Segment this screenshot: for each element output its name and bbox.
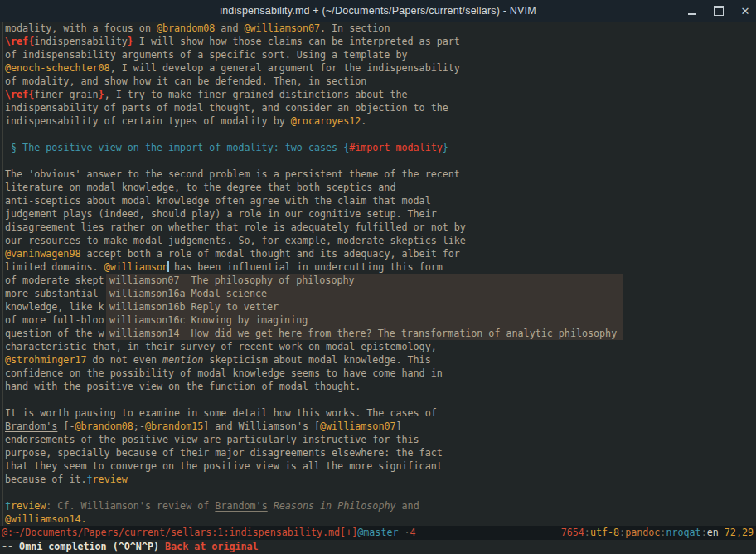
editor-line: @strohminger17 do not even mention skept… xyxy=(5,353,756,367)
text-segment: } xyxy=(99,89,104,100)
left-edge-rule xyxy=(2,22,3,526)
text-segment: #import-modality xyxy=(349,142,443,153)
editor-line: modality, with a focus on @brandom08 and… xyxy=(5,22,756,35)
window-buttons: ✕ xyxy=(686,0,751,22)
text-segment: that they seem to converge on the positi… xyxy=(5,460,443,472)
text-segment: - xyxy=(5,142,11,153)
text-segment: accept both a role of modal thought and … xyxy=(80,248,459,260)
close-button[interactable]: ✕ xyxy=(739,5,751,17)
text-segment: , I will develop a general argument for … xyxy=(110,62,460,74)
text-segment: of moderate skept xyxy=(5,275,104,286)
editor-line: -§ The positive view on the import of mo… xyxy=(5,141,756,154)
text-segment: of indispensability arguments of a speci… xyxy=(5,49,408,61)
completion-popup: williamson07 The philosophy of philosoph… xyxy=(106,274,623,340)
statusline: @:~/Documents/Papers/current/sellars:1:i… xyxy=(0,526,756,540)
text-segment: \ref{ xyxy=(5,89,34,100)
command-message-line: -- Omni completion (^O^N^P) Back at orig… xyxy=(0,540,756,554)
editor-line: our resources to make modal judgements. … xyxy=(5,234,756,247)
maximize-button[interactable] xyxy=(713,5,724,17)
editor-line: that they seem to converge on the positi… xyxy=(5,459,756,473)
text-segment: and xyxy=(215,22,244,34)
completion-item[interactable]: williamson14 How did we get here from th… xyxy=(106,327,623,340)
text-segment: [- xyxy=(57,420,75,432)
editor-line: because of it.†review xyxy=(5,473,756,486)
text-segment: -- Omni completion (^O^N^P) xyxy=(2,541,165,552)
text-segment: has been influential in undercutting thi… xyxy=(168,261,443,273)
text-segment: † xyxy=(5,500,11,512)
text-segment: The 'obvious' answer to the second probl… xyxy=(5,168,460,180)
text-segment: judgement plays (indeed, should play) a … xyxy=(5,208,437,220)
text-segment: en xyxy=(707,527,719,538)
text-segment: @vaninwagen98 xyxy=(5,248,80,260)
text-segment: finer-grain xyxy=(34,89,98,100)
text-segment: Brandom's xyxy=(5,420,57,432)
text-segment: our resources to make modal judgements. … xyxy=(5,235,466,246)
text-segment: @brandom08 xyxy=(157,22,215,34)
text-segment: ;- xyxy=(133,420,145,432)
text-segment: @williamson14. xyxy=(5,513,87,525)
text-segment: limited domains. xyxy=(5,261,104,273)
text-segment: do not even xyxy=(87,354,162,366)
text-segment: \ref{ xyxy=(5,36,34,47)
editor-line xyxy=(5,154,756,168)
text-segment: ] and Williamson's [ xyxy=(203,420,320,432)
completion-item[interactable]: williamson07 The philosophy of philosoph… xyxy=(106,274,623,287)
text-segment: modality, with a focus on xyxy=(5,22,157,34)
text-segment: @williamson07 xyxy=(320,420,395,432)
editor-line: endorsements of the positive view are pa… xyxy=(5,433,756,446)
completion-item[interactable]: williamson16c Knowing by imagining xyxy=(106,313,623,327)
editor-line: confidence on the possibility of modal k… xyxy=(5,367,756,380)
minimize-button[interactable] xyxy=(686,5,698,17)
text-segment: . xyxy=(361,115,366,127)
editor-line: Brandom's [-@brandom08;-@brandom15] and … xyxy=(5,420,756,433)
text-segment: review xyxy=(11,500,46,512)
text-segment: § The positive view on the import of mod… xyxy=(11,142,343,153)
text-segment: of more full-bloo xyxy=(5,314,104,326)
editor-line: disagreement lies rather on whether that… xyxy=(5,221,756,234)
editor-line xyxy=(5,486,756,499)
statusline-right: 7654:utf-8:pandoc:nroqat:en 72,29 xyxy=(561,526,754,540)
editor-line: hand with the positive view on the funct… xyxy=(5,380,756,393)
text-segment: Reasons in Philosophy xyxy=(274,500,396,512)
text-segment: mention xyxy=(162,354,203,366)
text-segment: } xyxy=(128,36,133,47)
editor-line: characteristic that, in their survey of … xyxy=(5,340,756,353)
text-segment: @williamson07 xyxy=(245,22,320,34)
text-segment: @:~/Documents/Papers/current/sellars:1:i… xyxy=(2,527,357,538)
editor-line: literature on modal knowledge, to the de… xyxy=(5,181,756,194)
text-segment: indispensability xyxy=(34,36,128,47)
text-segment: of modality, and show how it can be defe… xyxy=(5,75,366,87)
close-icon: ✕ xyxy=(741,5,750,17)
text-segment: , I try to make finer grained distinctio… xyxy=(104,89,408,100)
text-segment: ] xyxy=(396,420,402,432)
text-segment: purpose, specially because of their majo… xyxy=(5,447,443,459)
text-segment: : xyxy=(584,527,590,538)
text-segment: more substantial xyxy=(5,288,104,299)
text-segment: literature on modal knowledge, to the de… xyxy=(5,182,395,193)
completion-item[interactable]: williamson16a Modal science xyxy=(106,287,623,300)
text-segment: It is worth pausing to examine in some d… xyxy=(5,407,437,419)
text-segment: because of it. xyxy=(5,474,87,485)
maximize-icon xyxy=(714,6,724,16)
text-segment: endorsements of the positive view are pa… xyxy=(5,434,419,445)
text-segment: indispensability of parts of modal thoug… xyxy=(5,102,448,114)
editor-line: anti-sceptics about modal knowledge ofte… xyxy=(5,194,756,207)
text-segment xyxy=(268,500,274,512)
text-segment: 7654 xyxy=(561,527,584,538)
editor-line: It is worth pausing to examine in some d… xyxy=(5,406,756,420)
text-segment: Back at original xyxy=(165,541,259,552)
editor-line: †review: Cf. Williamson's review of Bran… xyxy=(5,499,756,513)
editor-line xyxy=(5,393,756,406)
text-segment: and xyxy=(396,500,419,512)
text-segment: @master xyxy=(357,527,398,538)
text-segment: : Cf. Williamson's review of xyxy=(46,500,215,512)
text-segment: pandoc xyxy=(625,527,660,538)
text-segment: question of the w xyxy=(5,328,104,339)
completion-item[interactable]: williamson16b Reply to vetter xyxy=(106,300,623,313)
minimize-icon xyxy=(688,13,696,15)
editor-line: The 'obvious' answer to the second probl… xyxy=(5,168,756,181)
text-segment: @rocaroyes12 xyxy=(291,115,361,127)
text-segment: @strohminger17 xyxy=(5,354,87,366)
editor-line: purpose, specially because of their majo… xyxy=(5,446,756,459)
text-segment: } xyxy=(443,142,448,153)
